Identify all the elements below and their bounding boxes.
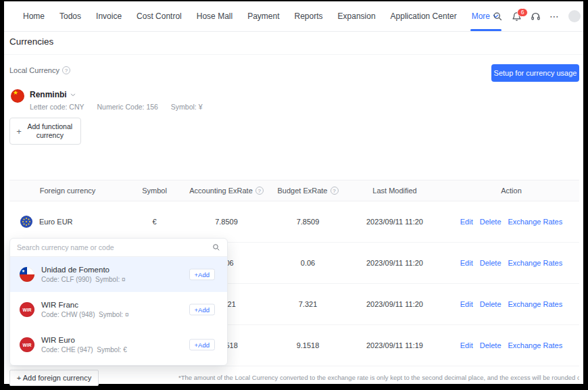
nav-icon-cluster: 6 ⋯ [493, 1, 581, 31]
nav-item-application-center[interactable]: Application Center [391, 11, 457, 21]
edit-link[interactable]: Edit [460, 259, 473, 267]
add-foreign-currency-button[interactable]: + Add foreign currency [9, 370, 99, 386]
modified-cell: 2023/09/11 11:20 [346, 300, 443, 308]
edit-link[interactable]: Edit [460, 218, 473, 226]
header-divider [4, 54, 583, 55]
delete-link[interactable]: Delete [480, 341, 501, 349]
search-icon [212, 243, 220, 251]
exchange-rate-footnote: *The amount of the Local Currency conver… [178, 374, 579, 381]
col-budget-exrate: Budget ExRate? [270, 187, 346, 195]
popup-item-info: WIR Euro Code: CHE (947) Symbol: € [41, 336, 127, 354]
info-icon[interactable]: ? [330, 187, 339, 195]
exchange-rates-link[interactable]: Exchange Rates [508, 218, 563, 226]
budget-cell: 7.8509 [270, 218, 346, 226]
popup-item-unidad-de-fomento[interactable]: ★ Unidad de Fomento Code: CLF (990) Symb… [10, 257, 227, 292]
currencies-page: Home Todos Invoice Cost Control Hose Mal… [4, 1, 583, 384]
delete-link[interactable]: Delete [480, 300, 501, 308]
local-currency-name[interactable]: Renminbi [30, 90, 76, 99]
setup-currency-usage-button[interactable]: Setup for currency usage [491, 64, 579, 82]
nav-item-payment[interactable]: Payment [247, 11, 279, 21]
wir-logo-icon: WIR [20, 302, 34, 317]
table-header: Foreign currency Symbol Accounting ExRat… [9, 180, 579, 201]
add-currency-button[interactable]: +Add [189, 339, 215, 351]
exchange-rates-link[interactable]: Exchange Rates [508, 341, 563, 349]
action-cell: Edit Delete Exchange Rates [443, 259, 579, 267]
letter-code: Letter code: CNY [30, 103, 84, 111]
popup-item-info: Unidad de Fomento Code: CLF (990) Symbol… [41, 266, 126, 283]
edit-link[interactable]: Edit [460, 300, 473, 308]
col-action: Action [443, 187, 579, 195]
popup-item-code: Code: CHE (947) Symbol: € [41, 346, 127, 354]
modified-cell: 2023/09/11 11:20 [346, 218, 443, 226]
nav-divider [4, 31, 583, 32]
plus-icon: + [16, 126, 22, 137]
exchange-rates-link[interactable]: Exchange Rates [508, 300, 563, 308]
col-symbol: Symbol [126, 187, 183, 195]
local-currency-label: Local Currency ? [9, 66, 70, 74]
nav-item-cost-control[interactable]: Cost Control [137, 11, 182, 21]
local-currency-details: Letter code: CNY Numeric Code: 156 Symbo… [30, 103, 214, 111]
add-functional-currency-label: Add functional currency [26, 122, 74, 140]
add-functional-currency-button[interactable]: + Add functional currency [9, 118, 81, 145]
info-icon[interactable]: ? [255, 187, 264, 195]
currency-cell: Euro EUR [9, 216, 126, 228]
nav-item-home[interactable]: Home [23, 11, 45, 21]
chevron-down-icon [70, 93, 76, 97]
popup-item-name: WIR Franc [41, 301, 129, 309]
currency-symbol: Symbol: ¥ [171, 103, 203, 111]
headset-support-icon[interactable] [531, 11, 541, 22]
col-accounting-exrate: Accounting ExRate? [183, 187, 270, 195]
popup-item-name: WIR Euro [41, 336, 127, 344]
popup-item-info: WIR Franc Code: CHW (948) Symbol: ¤ [41, 301, 129, 318]
delete-link[interactable]: Delete [480, 218, 501, 226]
col-last-modified: Last Modified [346, 187, 443, 195]
page-title: Currencies [9, 36, 53, 47]
accounting-cell: 7.8509 [183, 218, 270, 226]
nav-item-invoice[interactable]: Invoice [96, 11, 122, 21]
modified-cell: 2023/09/11 11:19 [346, 341, 443, 349]
info-icon[interactable]: ? [62, 66, 70, 74]
popup-item-wir-euro[interactable]: WIR WIR Euro Code: CHE (947) Symbol: € +… [10, 327, 227, 362]
popup-item-code: Code: CLF (990) Symbol: ¤ [41, 276, 126, 283]
local-currency-label-text: Local Currency [9, 66, 59, 74]
modified-cell: 2023/09/11 11:20 [346, 259, 443, 267]
local-currency-name-text: Renminbi [30, 90, 67, 99]
popup-item-code: Code: CHW (948) Symbol: ¤ [41, 311, 129, 318]
budget-cell: 0.06 [270, 259, 346, 267]
action-cell: Edit Delete Exchange Rates [443, 218, 579, 226]
more-options-icon[interactable]: ⋯ [549, 11, 560, 22]
budget-cell: 9.1518 [270, 341, 346, 349]
nav-item-todos[interactable]: Todos [59, 11, 81, 21]
currency-search-input[interactable] [17, 243, 212, 251]
action-cell: Edit Delete Exchange Rates [443, 341, 579, 349]
popup-item-name: Unidad de Fomento [41, 266, 126, 274]
notifications-bell-icon[interactable]: 6 [512, 11, 522, 22]
popup-search-bar [10, 239, 227, 257]
currency-name: Euro EUR [39, 218, 73, 226]
nav-item-hose-mall[interactable]: Hose Mall [197, 11, 232, 21]
delete-link[interactable]: Delete [480, 259, 501, 267]
nav-more-label: More [472, 11, 490, 21]
eu-flag-icon [20, 216, 32, 228]
chile-flag-icon: ★ [20, 267, 34, 282]
popup-item-wir-franc[interactable]: WIR WIR Franc Code: CHW (948) Symbol: ¤ … [10, 292, 227, 327]
notification-badge: 6 [517, 8, 528, 17]
exchange-rates-link[interactable]: Exchange Rates [508, 259, 563, 267]
add-currency-button[interactable]: +Add [189, 269, 215, 281]
nav-item-reports[interactable]: Reports [295, 11, 323, 21]
numeric-code: Numeric Code: 156 [97, 103, 157, 111]
table-row: Euro EUR € 7.8509 7.8509 2023/09/11 11:2… [9, 201, 579, 243]
col-foreign-currency: Foreign currency [9, 187, 126, 195]
avatar[interactable] [568, 10, 581, 22]
nav-item-expansion[interactable]: Expansion [338, 11, 376, 21]
currency-search-popup: ★ Unidad de Fomento Code: CLF (990) Symb… [9, 238, 228, 366]
action-cell: Edit Delete Exchange Rates [443, 300, 579, 308]
add-currency-button[interactable]: +Add [189, 304, 215, 316]
edit-link[interactable]: Edit [460, 341, 473, 349]
search-icon[interactable] [493, 11, 503, 22]
budget-cell: 7.321 [270, 300, 346, 308]
china-flag-icon: ★ [11, 89, 24, 103]
symbol-cell: € [126, 218, 183, 226]
wir-logo-icon: WIR [20, 337, 34, 352]
